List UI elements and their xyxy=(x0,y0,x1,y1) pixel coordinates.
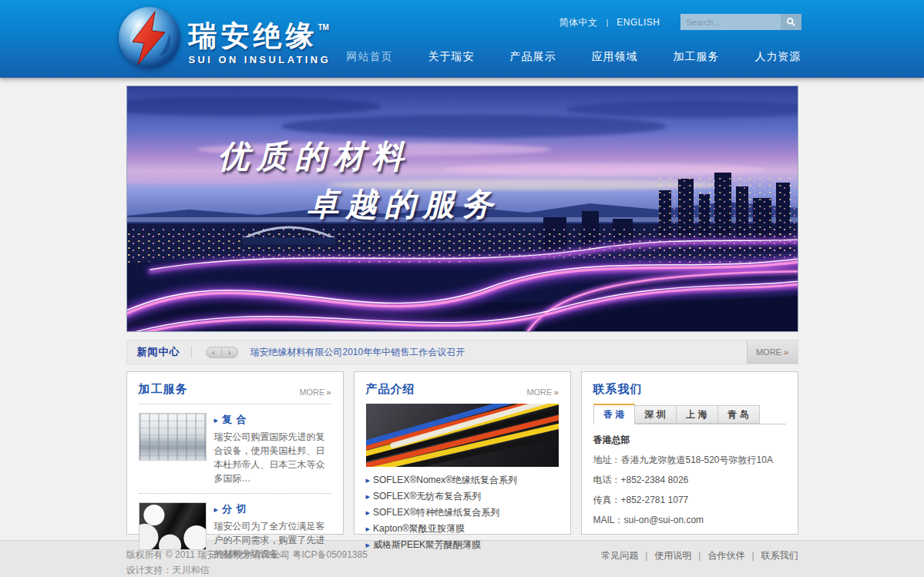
service-link-lamination[interactable]: ▸复 合 xyxy=(214,413,331,427)
more-arrow-icon: » xyxy=(784,347,788,357)
tab-hongkong[interactable]: 香 港 xyxy=(593,404,635,424)
lang-zh-link[interactable]: 简体中文 xyxy=(559,17,597,28)
hero-banner: 优质的材料 卓越的服务 xyxy=(126,86,798,332)
news-section-title: 新闻中心 xyxy=(137,345,180,359)
logo-title: 瑞安绝缘TM xyxy=(189,11,331,53)
footer-links: 常见问题|使用说明|合作伙伴|联系我们 xyxy=(601,547,798,577)
bullet-arrow-icon: ▸ xyxy=(214,505,220,514)
design-credit: 设计支持：天川和信 xyxy=(126,562,368,577)
chevron-right-icon: › xyxy=(228,347,231,357)
nav-item-about[interactable]: 关于瑞安 xyxy=(428,50,475,64)
bullet-arrow-icon: ▸ xyxy=(366,524,371,533)
topbar: 简体中文|ENGLISH xyxy=(559,14,801,30)
contact-card: 联系我们 香 港 深 圳 上 海 青 岛 香港总部 地址：香港九龙弥敦道518-… xyxy=(581,371,798,535)
divider xyxy=(139,404,331,404)
link-separator: | xyxy=(698,550,701,561)
divider xyxy=(191,346,192,358)
products-card: 产品介绍 MORE» ▸SOFLEX®Nomex®绝缘纸复合系列 ▸SOFLEX… xyxy=(354,371,571,535)
product-list-item[interactable]: ▸SOFLEX®无纺布复合系列 xyxy=(366,488,559,505)
language-switch: 简体中文|ENGLISH xyxy=(559,15,660,29)
banner-slogan-line1: 优质的材料 xyxy=(218,136,411,178)
slitting-thumbnail[interactable] xyxy=(139,502,207,550)
products-title: 产品介绍 xyxy=(366,382,415,397)
news-bar: 新闻中心 ‹ › 瑞安绝缘材料有限公司2010年年中销售工作会议召开 MORE» xyxy=(126,340,798,364)
main-nav: 网站首页 关于瑞安 产品展示 应用领域 加工服务 人力资源 xyxy=(311,50,801,64)
news-headline-link[interactable]: 瑞安绝缘材料有限公司2010年年中销售工作会议召开 xyxy=(250,346,465,359)
dotted-divider xyxy=(139,493,331,494)
bullet-arrow-icon: ▸ xyxy=(366,508,371,517)
footer-link-instructions[interactable]: 使用说明 xyxy=(654,550,691,561)
lang-en-link[interactable]: ENGLISH xyxy=(617,17,660,28)
news-next-button[interactable]: › xyxy=(222,347,238,358)
link-separator: | xyxy=(645,550,647,561)
products-more-link[interactable]: MORE» xyxy=(526,387,558,397)
services-title: 加工服务 xyxy=(139,382,188,397)
banner-slogan-line2: 卓越的服务 xyxy=(307,183,500,226)
bullet-arrow-icon: ▸ xyxy=(366,491,371,501)
tab-shanghai[interactable]: 上 海 xyxy=(677,405,718,424)
logo-subtitle: SUI ON INSULATING xyxy=(189,54,331,65)
contact-phone: 电话：+852-2384 8026 xyxy=(593,474,786,487)
news-prev-button[interactable]: ‹ xyxy=(206,347,222,358)
nav-item-products[interactable]: 产品展示 xyxy=(510,50,556,64)
office-name: 香港总部 xyxy=(593,434,786,447)
nav-item-processing[interactable]: 加工服务 xyxy=(674,50,720,64)
lightning-globe-icon xyxy=(119,7,180,69)
company-logo[interactable]: 瑞安绝缘TM SUI ON INSULATING xyxy=(119,7,331,69)
products-photo[interactable] xyxy=(366,404,559,467)
contact-address: 地址：香港九龙弥敦道518-520号弥敦行10A xyxy=(593,454,786,467)
product-list-item[interactable]: ▸SOFLEX®Nomex®绝缘纸复合系列 xyxy=(366,472,559,488)
product-list-item[interactable]: ▸Kapton®聚酰亚胺薄膜 xyxy=(366,521,559,537)
nav-item-home[interactable]: 网站首页 xyxy=(347,50,393,64)
contact-mail: MAIL：sui-on@sui-on.com xyxy=(593,514,786,527)
tab-shenzhen[interactable]: 深 圳 xyxy=(635,405,677,424)
lang-separator: | xyxy=(606,18,608,27)
bullet-arrow-icon: ▸ xyxy=(214,415,220,424)
copyright-text: 版权所有 © 2011 瑞安绝缘材料有限公司 粤ICP备05091385 xyxy=(126,547,368,562)
link-separator: | xyxy=(751,550,754,561)
contact-fax: 传真：+852-2781 1077 xyxy=(593,494,786,507)
search-button[interactable] xyxy=(781,14,801,30)
more-arrow-icon: » xyxy=(326,387,331,397)
services-card: 加工服务 MORE» ▸复 合 瑞安公司购置国际先进的复合设备，使用美国杜邦、日… xyxy=(126,371,344,535)
nav-item-applications[interactable]: 应用领域 xyxy=(592,50,638,64)
search-box xyxy=(680,14,801,30)
tab-qingdao[interactable]: 青 岛 xyxy=(718,405,760,424)
site-header: 瑞安绝缘TM SUI ON INSULATING 简体中文|ENGLISH 网站… xyxy=(0,0,924,78)
chevron-left-icon: ‹ xyxy=(212,347,215,357)
bullet-arrow-icon: ▸ xyxy=(366,475,371,485)
search-input[interactable] xyxy=(680,14,781,30)
footer-link-faq[interactable]: 常见问题 xyxy=(601,550,638,561)
footer-link-partners[interactable]: 合作伙伴 xyxy=(707,550,744,561)
contact-office-tabs: 香 港 深 圳 上 海 青 岛 xyxy=(593,404,786,424)
service-item: ▸复 合 瑞安公司购置国际先进的复合设备，使用美国杜邦、日本杜邦帝人、日本三木等… xyxy=(139,413,331,485)
service-desc: 瑞安公司购置国际先进的复合设备，使用美国杜邦、日本杜邦帝人、日本三木等众多国际… xyxy=(214,430,331,485)
news-more-button[interactable]: MORE» xyxy=(747,340,798,364)
contact-title: 联系我们 xyxy=(593,382,643,397)
more-arrow-icon: » xyxy=(553,387,558,397)
services-more-link[interactable]: MORE» xyxy=(299,387,331,397)
product-list-item[interactable]: ▸SOFLEX®特种绝缘纸复合系列 xyxy=(366,505,559,521)
trademark: TM xyxy=(318,23,329,32)
product-list-item[interactable]: ▸威格斯PEEK聚芳醚酮薄膜 xyxy=(366,537,559,553)
product-list: ▸SOFLEX®Nomex®绝缘纸复合系列 ▸SOFLEX®无纺布复合系列 ▸S… xyxy=(366,472,559,553)
footer-link-contact[interactable]: 联系我们 xyxy=(761,550,798,561)
lamination-thumbnail[interactable] xyxy=(139,413,207,461)
nav-item-hr[interactable]: 人力资源 xyxy=(755,50,801,64)
search-icon xyxy=(786,17,796,27)
service-link-slitting[interactable]: ▸分 切 xyxy=(214,502,331,516)
